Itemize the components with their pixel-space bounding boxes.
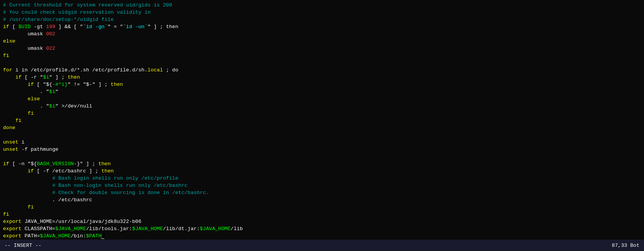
code-line: if [ "${-#*i}" != "$-" ] ; then [3, 81, 641, 88]
code-line [3, 131, 641, 139]
code-line: # Check for double sourcing is done in /… [3, 189, 641, 196]
code-line: unset -f pathmunge [3, 146, 641, 153]
code-line: if [ -n "${BASH_VERSION-}" ] ; then [3, 160, 641, 167]
code-line: umask 002 [3, 30, 641, 38]
status-bar: -- INSERT -- 87,33 Bot [0, 240, 644, 251]
code-line: else [3, 95, 641, 103]
code-line: . /etc/bashrc [3, 196, 641, 204]
code-line: else [3, 38, 641, 45]
code-line: if [ $UID -gt 199 ] && [ "`id -gn`" = "`… [3, 23, 641, 30]
code-line: . "$i" [3, 88, 641, 95]
cursor-position: 87,33 Bot [612, 243, 639, 248]
code-line: fi [3, 117, 641, 124]
code-line: fi [3, 110, 641, 117]
code-line [3, 153, 641, 160]
code-line: # You could check uidgid reservation val… [3, 9, 641, 16]
code-line: # /usr/share/doc/setup-*/uidgid file [3, 16, 641, 23]
code-line: unset i [3, 139, 641, 146]
code-line: if [ -f /etc/bashrc ] ; then [3, 167, 641, 175]
code-line: # Current threshold for system reserved … [3, 2, 641, 9]
code-line: done [3, 124, 641, 131]
code-line: export CLASSPATH=$JAVA_HOME/lib/tools.ja… [3, 225, 641, 232]
code-line: fi [3, 204, 641, 211]
code-line: for i in /etc/profile.d/*.sh /etc/profil… [3, 66, 641, 74]
code-line: fi [3, 52, 641, 59]
code-line [3, 59, 641, 66]
code-line: export JAVA_HOME=/usr/local/java/jdk8u32… [3, 218, 641, 225]
code-line: umask 022 [3, 45, 641, 52]
vim-mode: -- INSERT -- [5, 243, 41, 248]
code-line: fi [3, 211, 641, 218]
code-editor[interactable]: # Current threshold for system reserved … [0, 0, 644, 240]
code-line: # Bash non-login shells run only /etc/ba… [3, 182, 641, 189]
code-line: . "$i" >/dev/null [3, 103, 641, 110]
code-line: export PATH=$JAVA_HOME/bin:$PATH█ [3, 232, 641, 240]
code-line: # Bash login shells run only /etc/profil… [3, 175, 641, 182]
code-line: if [ -r "$i" ] ; then [3, 74, 641, 81]
